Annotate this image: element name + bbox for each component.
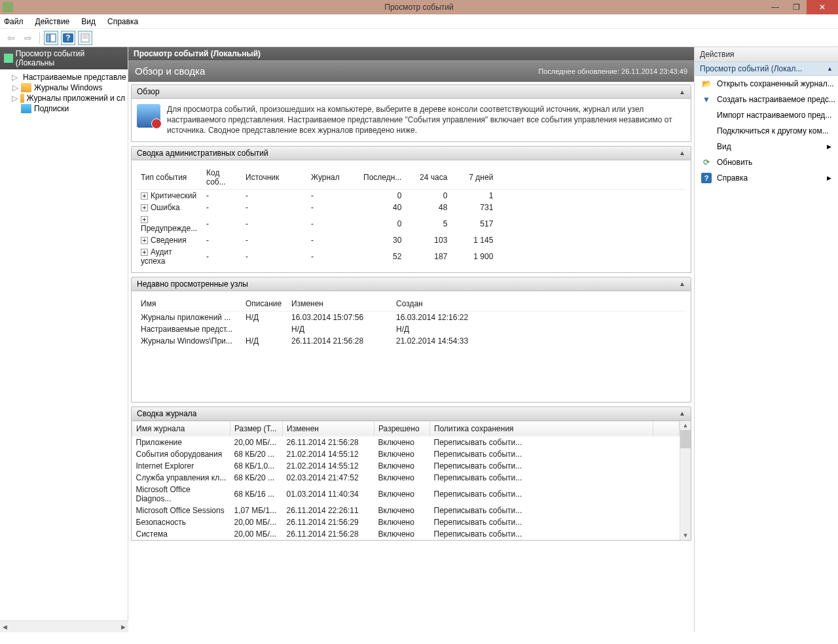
tree-root-label: Просмотр событий (Локальны	[16, 49, 124, 67]
col-policy[interactable]: Политика сохранения	[430, 421, 653, 436]
collapse-icon: ▲	[679, 410, 685, 417]
window-titlebar: Просмотр событий — ❐ ✕	[0, 0, 838, 14]
tree-root[interactable]: Просмотр событий (Локальны	[0, 47, 128, 69]
action-item[interactable]: ?Справка▶	[695, 170, 838, 186]
actions-context-label: Просмотр событий (Локал...	[700, 64, 802, 73]
table-row[interactable]: События оборудования68 КБ/20 ...21.02.20…	[132, 448, 680, 460]
overview-icon	[137, 104, 160, 128]
scroll-right-icon[interactable]: ▶	[118, 624, 128, 630]
table-row[interactable]: Microsoft Office Diagnos...68 КБ/16 ...0…	[132, 484, 680, 505]
tree-pane: Просмотр событий (Локальны ▷Настраиваемы…	[0, 47, 128, 620]
col-size[interactable]: Размер (Т...	[230, 421, 283, 436]
folder-icon	[21, 83, 31, 92]
log-table-scrollbar[interactable]: ▲ ▼	[680, 421, 691, 540]
table-row[interactable]: +Аудит успеха---521871 900	[137, 246, 685, 267]
table-row[interactable]: Microsoft Office Sessions1,07 МБ/1...26.…	[132, 505, 680, 516]
expand-icon[interactable]: +	[141, 249, 148, 256]
close-button[interactable]: ✕	[807, 0, 838, 14]
table-row[interactable]: Приложение20,00 МБ/...26.11.2014 21:56:2…	[132, 436, 680, 448]
menu-help[interactable]: Справка	[107, 17, 138, 26]
maximize-button[interactable]: ❐	[786, 0, 807, 14]
scroll-left-icon[interactable]: ◀	[0, 624, 10, 630]
col-modified[interactable]: Изменен	[283, 421, 374, 436]
overview-text: Для просмотра событий, произошедших на к…	[167, 104, 685, 136]
expand-icon[interactable]: ▷	[12, 94, 18, 103]
col-log-name[interactable]: Имя журнала	[132, 421, 230, 436]
col-source[interactable]: Источник	[242, 166, 307, 190]
table-row[interactable]: Журналы приложений ...Н/Д16.03.2014 15:0…	[137, 311, 685, 323]
action-item[interactable]: 📂Открыть сохраненный журнал...	[695, 76, 838, 92]
table-row[interactable]: Служба управления кл...68 КБ/20 ...02.03…	[132, 472, 680, 484]
col-7d[interactable]: 7 дней	[451, 166, 497, 190]
collapse-icon: ▲	[679, 280, 685, 287]
col-type[interactable]: Тип события	[137, 166, 202, 190]
recent-nodes-title: Недавно просмотренные узлы	[137, 279, 248, 289]
action-item[interactable]: Импорт настраиваемого пред...	[695, 107, 838, 123]
content-title: Обзор и сводка	[135, 65, 205, 77]
scroll-down-icon[interactable]: ▼	[680, 531, 691, 540]
nav-forward-button[interactable]: ⇨	[21, 31, 35, 45]
log-summary-header[interactable]: Сводка журнала ▲	[131, 406, 691, 421]
tree-item[interactable]: ▷Настраиваемые представле	[0, 72, 128, 82]
recent-nodes-table: Имя Описание Изменен Создан Журналы прил…	[137, 296, 685, 347]
svg-rect-0	[46, 34, 50, 42]
expand-icon[interactable]: ▷	[12, 83, 18, 92]
toolbar-tree-button[interactable]	[44, 31, 58, 45]
table-row[interactable]: +Ошибка---4048731	[137, 202, 685, 213]
col-last[interactable]: Последн...	[359, 166, 405, 190]
recent-nodes-header[interactable]: Недавно просмотренные узлы ▲	[131, 277, 691, 291]
table-row[interactable]: Internet Explorer68 КБ/1,0...21.02.2014 …	[132, 460, 680, 472]
tree-item-label: Журналы Windows	[34, 83, 102, 92]
action-item-label: Открыть сохраненный журнал...	[717, 79, 834, 88]
blank-icon	[701, 141, 712, 152]
col-name[interactable]: Имя	[137, 296, 242, 312]
folder-icon	[20, 94, 24, 103]
expand-icon[interactable]: +	[141, 204, 148, 211]
scroll-thumb[interactable]	[680, 430, 691, 448]
col-24h[interactable]: 24 часа	[405, 166, 451, 190]
svg-rect-1	[50, 34, 56, 42]
toolbar-help-button[interactable]: ?	[61, 31, 75, 45]
col-code[interactable]: Код соб...	[202, 166, 242, 190]
help-icon: ?	[701, 173, 712, 183]
action-item[interactable]: ▼Создать настраиваемое предс...	[695, 92, 838, 107]
actions-context[interactable]: Просмотр событий (Локал... ▲	[695, 62, 838, 76]
col-created[interactable]: Создан	[392, 296, 685, 312]
col-log[interactable]: Журнал	[307, 166, 359, 190]
menu-view[interactable]: Вид	[81, 17, 96, 26]
expand-icon[interactable]: +	[141, 192, 148, 200]
table-row[interactable]: Журналы Windows\При...Н/Д26.11.2014 21:5…	[137, 335, 685, 347]
refresh-icon: ⟳	[701, 157, 712, 168]
menu-file[interactable]: Файл	[4, 17, 24, 26]
minimize-button[interactable]: —	[765, 0, 786, 14]
tree-item[interactable]: ▷Журналы Windows	[0, 82, 128, 93]
action-item-label: Подключиться к другому ком...	[717, 126, 829, 135]
expand-icon[interactable]: +	[141, 237, 148, 244]
col-desc[interactable]: Описание	[242, 296, 287, 312]
menu-action[interactable]: Действие	[35, 17, 70, 26]
table-row[interactable]: Настраиваемые предст...Н/ДН/Д	[137, 323, 685, 335]
tree-horizontal-scrollbar[interactable]: ◀ ▶	[0, 620, 128, 632]
table-row[interactable]: +Критический---001	[137, 189, 685, 202]
nav-back-button[interactable]: ⇦	[4, 31, 18, 45]
action-item[interactable]: Подключиться к другому ком...	[695, 123, 838, 139]
col-enabled[interactable]: Разрешено	[374, 421, 430, 436]
tree-item[interactable]: ▷Журналы приложений и сл	[0, 93, 128, 103]
admin-summary-header[interactable]: Сводка административных событий ▲	[131, 146, 691, 160]
toolbar-separator	[39, 32, 40, 44]
overview-section-header[interactable]: Обзор ▲	[131, 84, 691, 99]
table-row[interactable]: Система20,00 МБ/...26.11.2014 21:56:28Вк…	[132, 528, 680, 540]
table-row[interactable]: +Предупрежде...---05517	[137, 213, 685, 234]
table-row[interactable]: +Сведения---301031 145	[137, 234, 685, 246]
action-item[interactable]: Вид▶	[695, 139, 838, 154]
col-modified[interactable]: Изменен	[287, 296, 392, 312]
expand-icon[interactable]: ▷	[12, 73, 18, 82]
blank-icon	[701, 110, 712, 120]
action-item[interactable]: ⟳Обновить	[695, 154, 838, 170]
toolbar-props-button[interactable]	[78, 31, 92, 45]
submenu-arrow-icon: ▶	[827, 143, 831, 150]
scroll-up-icon[interactable]: ▲	[680, 421, 691, 430]
table-row[interactable]: Безопасность20,00 МБ/...26.11.2014 21:56…	[132, 516, 680, 528]
tree-item[interactable]: Подписки	[0, 103, 128, 114]
expand-icon[interactable]: +	[141, 216, 148, 223]
